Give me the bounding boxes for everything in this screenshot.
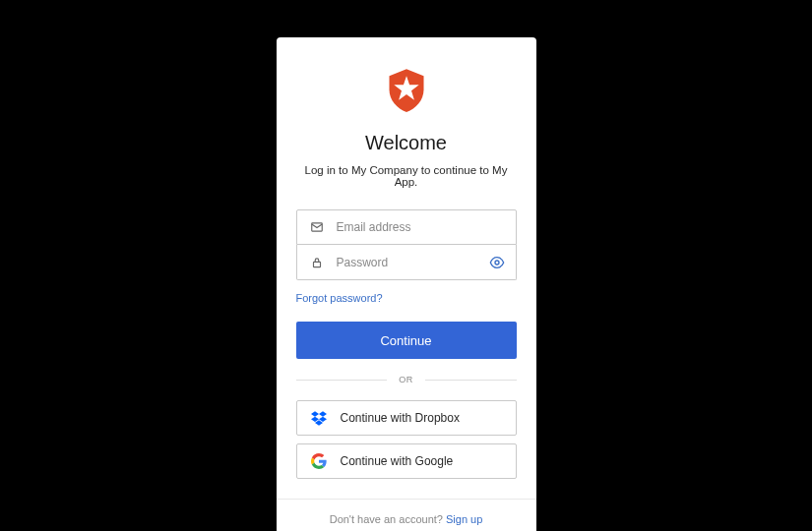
forgot-password-link[interactable]: Forgot password? xyxy=(296,292,383,304)
divider-label: OR xyxy=(387,375,425,384)
show-password-icon[interactable] xyxy=(489,255,505,270)
dropbox-icon xyxy=(311,410,327,426)
email-input[interactable] xyxy=(296,209,517,245)
lock-icon xyxy=(310,256,324,269)
divider-line-right xyxy=(425,380,517,381)
or-divider: OR xyxy=(296,375,517,384)
svg-rect-1 xyxy=(313,262,320,266)
password-input-group xyxy=(296,245,517,280)
card-footer: Don't have an account? Sign up xyxy=(277,499,536,531)
continue-button[interactable]: Continue xyxy=(296,322,517,359)
continue-with-google-button[interactable]: Continue with Google xyxy=(296,443,517,479)
card-body: Welcome Log in to My Company to continue… xyxy=(277,37,536,499)
auth0-logo-icon xyxy=(386,67,427,114)
divider-line-left xyxy=(296,380,388,381)
continue-with-dropbox-button[interactable]: Continue with Dropbox xyxy=(296,400,517,436)
dropbox-button-label: Continue with Dropbox xyxy=(341,411,460,425)
password-input[interactable] xyxy=(296,245,517,280)
google-icon xyxy=(311,453,327,469)
login-card: Welcome Log in to My Company to continue… xyxy=(277,37,536,531)
email-icon xyxy=(310,220,324,234)
signup-link[interactable]: Sign up xyxy=(446,513,482,525)
email-input-group xyxy=(296,209,517,245)
login-subtitle: Log in to My Company to continue to My A… xyxy=(296,164,517,188)
google-button-label: Continue with Google xyxy=(341,454,454,468)
signup-prompt: Don't have an account? xyxy=(330,513,446,525)
welcome-title: Welcome xyxy=(365,132,447,154)
svg-point-2 xyxy=(495,261,499,265)
